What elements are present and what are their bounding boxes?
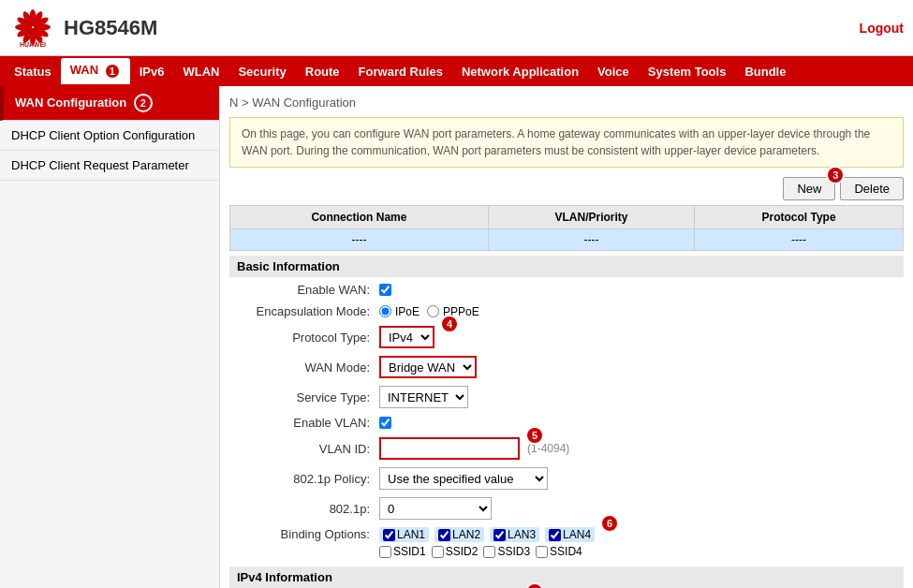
wan-mode-control: Bridge WAN: [379, 356, 904, 378]
lan3-checkbox[interactable]: [493, 529, 506, 541]
header: HUAWEI HG8546M Logout: [0, 0, 913, 56]
wan-mode-label: WAN Mode:: [229, 360, 379, 375]
col-header-vlan: VLAN/Priority: [488, 206, 694, 229]
col-header-protocol: Protocol Type: [695, 206, 904, 229]
ssid-group: SSID1 SSID2 SSID3 SSID4: [379, 545, 595, 558]
nav-item-network-app[interactable]: Network Application: [452, 60, 588, 83]
enable-vlan-control: [379, 417, 904, 429]
nav-item-route[interactable]: Route: [296, 60, 349, 83]
p802-row: 802.1p: 0: [229, 493, 904, 523]
ssid1-checkbox[interactable]: [379, 546, 391, 558]
badge-6: 6: [600, 514, 619, 533]
badge-4: 4: [440, 315, 459, 333]
vlan-input-container: 700 5: [379, 437, 520, 460]
logout-button[interactable]: Logout: [860, 21, 904, 36]
lan1-label: LAN1: [379, 527, 429, 542]
sidebar-badge-2: 2: [134, 94, 153, 112]
pppoe-radio[interactable]: [427, 305, 439, 317]
lan-group: LAN1 LAN2 LAN3 L: [379, 527, 595, 542]
encap-control: IPoE PPPoE: [379, 305, 904, 318]
nav-item-security[interactable]: Security: [228, 60, 295, 83]
huawei-logo-icon: HUAWEI: [9, 7, 56, 49]
encap-label: Encapsulation Mode:: [229, 304, 379, 318]
protocol-label: Protocol Type:: [229, 331, 379, 345]
sidebar-item-wan-config[interactable]: WAN Configuration 2: [0, 86, 219, 121]
p802-label: 802.1p:: [229, 502, 379, 516]
nav-bar: Status WAN 1 IPv6 WLAN Security Route Fo…: [0, 56, 913, 86]
lan4-label: LAN4: [545, 527, 595, 542]
binding-label: Binding Options:: [229, 527, 379, 541]
policy-control: Use the specified value: [379, 467, 904, 490]
ssid4-checkbox[interactable]: [536, 546, 548, 558]
binding-control: LAN1 LAN2 LAN3 L: [379, 527, 904, 558]
policy-row: 802.1p Policy: Use the specified value: [229, 463, 904, 493]
delete-button[interactable]: Delete: [840, 177, 904, 200]
wan-mode-select[interactable]: Bridge WAN: [379, 356, 477, 378]
enable-wan-row: Enable WAN:: [229, 279, 904, 301]
enable-vlan-checkbox[interactable]: [379, 417, 391, 429]
cell-vlan: ----: [488, 229, 694, 251]
enable-wan-checkbox[interactable]: [379, 284, 391, 296]
ipoe-radio-label: IPoE: [379, 305, 420, 318]
cell-protocol: ----: [695, 229, 904, 251]
service-row: Service Type: INTERNET: [229, 382, 904, 412]
binding-options: LAN1 LAN2 LAN3 L: [379, 527, 595, 558]
nav-item-wlan[interactable]: WLAN: [173, 60, 228, 83]
service-control: INTERNET: [379, 386, 904, 408]
nav-wan-badge: 1: [104, 63, 121, 80]
nav-item-wan[interactable]: WAN 1: [61, 58, 130, 84]
enable-wan-label: Enable WAN:: [229, 283, 379, 297]
enable-wan-control: [379, 284, 904, 296]
lan4-checkbox[interactable]: [549, 529, 561, 541]
info-box: On this page, you can configure WAN port…: [229, 117, 904, 168]
config-table: Connection Name VLAN/Priority Protocol T…: [229, 205, 904, 251]
protocol-select[interactable]: IPv4: [379, 326, 434, 348]
logo-area: HUAWEI HG8546M: [9, 7, 157, 49]
table-row: ---- ---- ----: [230, 229, 904, 251]
p802-control: 0: [379, 497, 904, 520]
binding-row: Binding Options: LAN1 LAN2: [229, 523, 904, 562]
policy-select[interactable]: Use the specified value: [379, 467, 548, 490]
protocol-select-container: IPv4 4: [379, 326, 434, 348]
p802-select[interactable]: 0: [379, 497, 492, 520]
nav-item-voice[interactable]: Voice: [588, 60, 639, 83]
main-layout: WAN Configuration 2 DHCP Client Option C…: [0, 86, 913, 588]
sidebar-item-dhcp-request[interactable]: DHCP Client Request Parameter: [0, 151, 219, 181]
vlan-id-input[interactable]: 700: [379, 437, 520, 460]
enable-vlan-label: Enable VLAN:: [229, 416, 379, 430]
lan2-checkbox[interactable]: [438, 529, 450, 541]
ipv4-info-header: IPv4 Information: [229, 566, 904, 588]
nav-item-bundle[interactable]: Bundle: [735, 60, 795, 83]
vlan-id-label: VLAN ID:: [229, 442, 379, 456]
nav-item-status[interactable]: Status: [5, 60, 61, 83]
lan4-container: LAN4 6: [545, 527, 595, 542]
col-header-name: Connection Name: [230, 206, 489, 229]
ssid2-label: SSID2: [432, 545, 479, 558]
logout-area: Logout: [860, 21, 904, 36]
ssid2-checkbox[interactable]: [432, 546, 444, 558]
ssid3-checkbox[interactable]: [483, 546, 495, 558]
nav-item-ipv6[interactable]: IPv6: [130, 60, 174, 83]
ssid1-label: SSID1: [379, 545, 426, 558]
nav-item-forward-rules[interactable]: Forward Rules: [349, 60, 452, 83]
ipoe-radio[interactable]: [379, 305, 391, 317]
vlan-id-row: VLAN ID: 700 5 (1-4094): [229, 434, 904, 463]
new-button-container: 3 New: [783, 177, 835, 200]
enable-vlan-row: Enable VLAN:: [229, 412, 904, 434]
protocol-row: Protocol Type: IPv4 4: [229, 322, 904, 352]
lan1-checkbox[interactable]: [383, 529, 395, 541]
sidebar-item-dhcp-option[interactable]: DHCP Client Option Configuration: [0, 121, 219, 151]
ssid4-label: SSID4: [536, 545, 582, 558]
basic-info-header: Basic Information: [229, 256, 904, 277]
encap-row: Encapsulation Mode: IPoE PPPoE: [229, 301, 904, 322]
lan3-label: LAN3: [490, 527, 539, 542]
content-area: N > WAN Configuration On this page, you …: [220, 86, 913, 588]
breadcrumb: N > WAN Configuration: [229, 96, 904, 110]
nav-item-system-tools[interactable]: System Tools: [639, 60, 736, 83]
toolbar: 3 New Delete: [229, 177, 904, 200]
service-label: Service Type:: [229, 390, 379, 404]
policy-label: 802.1p Policy:: [229, 472, 379, 486]
svg-text:HUAWEI: HUAWEI: [20, 41, 46, 48]
model-name: HG8546M: [64, 16, 157, 40]
service-select[interactable]: INTERNET: [379, 386, 468, 408]
